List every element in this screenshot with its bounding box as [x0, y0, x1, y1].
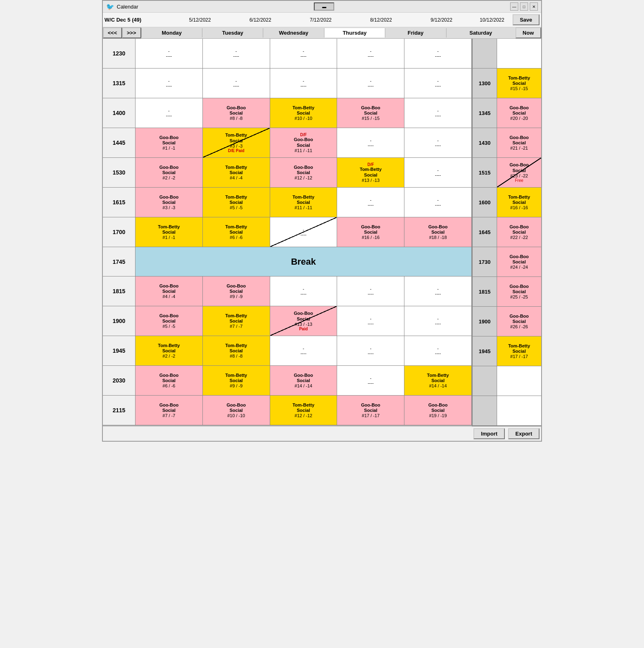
- sat-cell-1900[interactable]: Goo-BooSocial#26 / -26: [497, 307, 541, 336]
- cell-1900-wed[interactable]: Goo-BooSocial#13 / -13Paid: [270, 306, 338, 336]
- now-button[interactable]: Now: [515, 27, 541, 38]
- cell-1945-thu[interactable]: -----: [337, 336, 404, 365]
- cell-1530-mon[interactable]: Goo-BooSocial#2 / -2: [135, 158, 203, 187]
- cell-1815-thu[interactable]: -----: [337, 276, 404, 306]
- cell-1400-thu[interactable]: Goo-BooSocial#15 / -15: [337, 98, 404, 128]
- sat-cell-1515[interactable]: Goo-BooSocial#23 / -22Free: [497, 158, 541, 187]
- cell-1945-mon[interactable]: Tom-BettySocial#2 / -2: [135, 336, 203, 365]
- export-button[interactable]: Export: [508, 428, 540, 439]
- saturday-grid: 1300 Tom-BettySocial#15 / -15 1345 Goo-B…: [472, 39, 541, 426]
- cell-1400-tue[interactable]: Goo-BooSocial#8 / -8: [203, 98, 270, 128]
- cell-1900-tue[interactable]: Tom-BettySocial#7 / -7: [203, 306, 270, 336]
- cell-1530-fri[interactable]: -----: [404, 158, 472, 187]
- close-btn[interactable]: ✕: [530, 2, 538, 11]
- time-1530: 1530: [103, 158, 135, 187]
- time-1945: 1945: [103, 336, 135, 365]
- sat-time-1945: 1945: [473, 336, 497, 366]
- next-week-button[interactable]: >>>: [122, 27, 141, 38]
- cell-2030-thu[interactable]: -----: [337, 366, 404, 395]
- cell-1700-thu[interactable]: Goo-BooSocial#16 / -16: [337, 217, 404, 247]
- cell-1530-wed[interactable]: Goo-BooSocial#12 / -12: [270, 158, 338, 187]
- cell-1315-thu[interactable]: -----: [337, 69, 404, 98]
- cell-1530-tue[interactable]: Tom-BettySocial#4 / -4: [203, 158, 270, 187]
- cell-1230-wed[interactable]: -----: [270, 39, 338, 68]
- cell-1900-fri[interactable]: -----: [404, 306, 472, 336]
- cell-2115-thu[interactable]: Goo-BooSocial#17 / -17: [337, 396, 404, 425]
- cell-1615-mon[interactable]: Goo-BooSocial#3 / -3: [135, 188, 203, 217]
- cell-1700-wed[interactable]: -----: [270, 217, 338, 247]
- row-2115: 2115 Goo-BooSocial#7 / -7 Goo-BooSocial#…: [103, 396, 472, 426]
- minimize-btn[interactable]: —: [510, 2, 518, 11]
- cell-1700-tue[interactable]: Tom-BettySocial#6 / -6: [203, 217, 270, 247]
- cell-1700-fri[interactable]: Goo-BooSocial#18 / -18: [404, 217, 472, 247]
- time-1315: 1315: [103, 69, 135, 98]
- cell-1700-mon[interactable]: Tom-BettySocial#1 / -1: [135, 217, 203, 247]
- cell-1400-mon[interactable]: -----: [135, 98, 203, 128]
- sat-time-empty1: [473, 39, 497, 68]
- cell-1815-mon[interactable]: Goo-BooSocial#4 / -4: [135, 276, 203, 306]
- sat-cell-1300[interactable]: Tom-BettySocial#15 / -15: [497, 69, 541, 98]
- import-button[interactable]: Import: [473, 428, 504, 439]
- cell-1615-wed[interactable]: Tom-BettySocial#11 / -11: [270, 188, 338, 217]
- minimize-button[interactable]: ▬: [314, 2, 334, 11]
- cell-1400-wed[interactable]: Tom-BettySocial#10 / -10: [270, 98, 338, 128]
- cell-1945-fri[interactable]: -----: [404, 336, 472, 365]
- sat-cell-1430[interactable]: Goo-BooSocial#21 / -21: [497, 128, 541, 157]
- time-1400: 1400: [103, 98, 135, 128]
- cell-2030-tue[interactable]: Tom-BettySocial#9 / -9: [203, 366, 270, 395]
- cell-1900-thu[interactable]: -----: [337, 306, 404, 336]
- cell-1445-fri[interactable]: -----: [404, 128, 472, 157]
- cell-2115-wed[interactable]: Tom-BettySocial#12 / -12: [270, 396, 338, 425]
- sat-cell-1730[interactable]: Goo-BooSocial#24 / -24: [497, 247, 541, 276]
- sat-row-1345: 1345 Goo-BooSocial#20 / -20: [473, 98, 541, 128]
- row-1615: 1615 Goo-BooSocial#3 / -3 Tom-BettySocia…: [103, 188, 472, 217]
- cell-2030-wed[interactable]: Goo-BooSocial#14 / -14: [270, 366, 338, 395]
- prev-week-button[interactable]: <<<: [103, 27, 122, 38]
- cell-2115-tue[interactable]: Goo-BooSocial#10 / -10: [203, 396, 270, 425]
- sat-cell-1600[interactable]: Tom-BettySocial#16 / -16: [497, 188, 541, 217]
- time-1900: 1900: [103, 306, 135, 336]
- cell-1230-tue[interactable]: -----: [203, 39, 270, 68]
- row-1445: 1445 Goo-BooSocial#1 / -1 Tom-BettySocia…: [103, 128, 472, 158]
- thursday-header: Thursday: [324, 28, 385, 38]
- sat-cell-1945[interactable]: Tom-BettySocial#17 / -17: [497, 336, 541, 366]
- cell-1815-fri[interactable]: -----: [404, 276, 472, 306]
- cell-1315-mon[interactable]: -----: [135, 69, 203, 98]
- time-1815: 1815: [103, 276, 135, 306]
- cell-1400-fri[interactable]: -----: [404, 98, 472, 128]
- cell-1945-tue[interactable]: Tom-BettySocial#8 / -8: [203, 336, 270, 365]
- cell-1530-thu[interactable]: D/FTom-BettySocial#13 / -13: [337, 158, 404, 187]
- sat-cell-1345[interactable]: Goo-BooSocial#20 / -20: [497, 98, 541, 128]
- cell-1445-tue[interactable]: Tom-BettySocial#3 / -3D/E Paid: [203, 128, 270, 157]
- cell-1945-wed[interactable]: -----: [270, 336, 338, 365]
- cell-1815-tue[interactable]: Goo-BooSocial#9 / -9: [203, 276, 270, 306]
- sat-row-2115: [473, 396, 541, 426]
- date-tue: 6/12/2022: [230, 17, 291, 23]
- cell-1445-wed[interactable]: D/FGoo-BooSocial#11 / -11: [270, 128, 338, 157]
- time-1445: 1445: [103, 128, 135, 157]
- cell-1315-tue[interactable]: -----: [203, 69, 270, 98]
- cell-1615-tue[interactable]: Tom-BettySocial#5 / -5: [203, 188, 270, 217]
- cell-1615-thu[interactable]: -----: [337, 188, 404, 217]
- cell-1230-mon[interactable]: -----: [135, 39, 203, 68]
- cell-2115-fri[interactable]: Goo-BooSocial#19 / -19: [404, 396, 472, 425]
- cell-1230-thu[interactable]: -----: [337, 39, 404, 68]
- cell-1815-wed[interactable]: -----: [270, 276, 338, 306]
- save-button[interactable]: Save: [513, 14, 540, 25]
- cell-1315-fri[interactable]: -----: [404, 69, 472, 98]
- sat-row-1900: 1900 Goo-BooSocial#26 / -26: [473, 307, 541, 336]
- tuesday-header: Tuesday: [202, 28, 263, 38]
- cell-1315-wed[interactable]: -----: [270, 69, 338, 98]
- cell-2030-fri[interactable]: Tom-BettySocial#14 / -14: [404, 366, 472, 395]
- sat-cell-1645[interactable]: Goo-BooSocial#22 / -22: [497, 217, 541, 247]
- sat-cell-1815[interactable]: Goo-BooSocial#25 / -25: [497, 277, 541, 306]
- cell-1445-thu[interactable]: -----: [337, 128, 404, 157]
- cell-1230-fri[interactable]: -----: [404, 39, 472, 68]
- cell-1900-mon[interactable]: Goo-BooSocial#5 / -5: [135, 306, 203, 336]
- cell-1445-mon[interactable]: Goo-BooSocial#1 / -1: [135, 128, 203, 157]
- maximize-btn[interactable]: □: [520, 2, 528, 11]
- wednesday-header: Wednesday: [263, 28, 324, 38]
- cell-2030-mon[interactable]: Goo-BooSocial#6 / -6: [135, 366, 203, 395]
- cell-2115-mon[interactable]: Goo-BooSocial#7 / -7: [135, 396, 203, 425]
- cell-1615-fri[interactable]: -----: [404, 188, 472, 217]
